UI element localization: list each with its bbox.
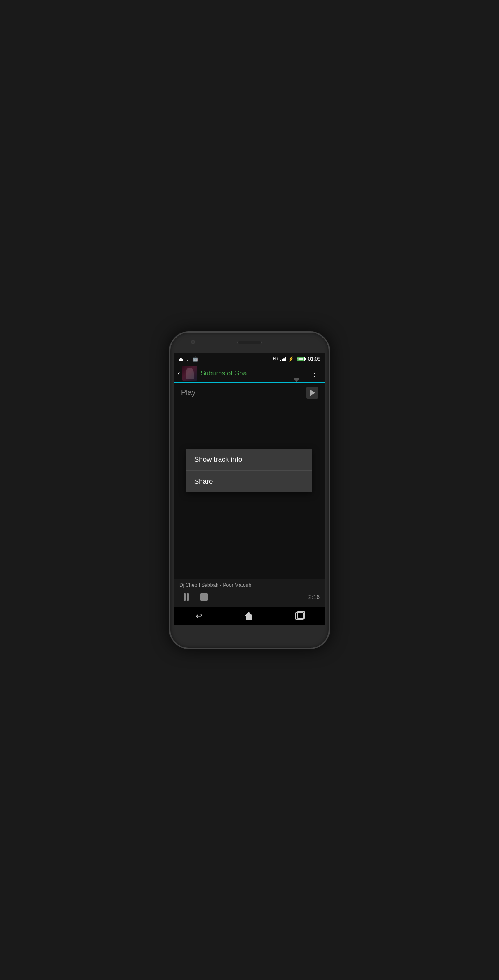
back-button[interactable]: ‹ [178, 370, 180, 377]
show-track-info-item[interactable]: Show track info [186, 449, 312, 471]
time-display: 01:08 [308, 356, 320, 362]
bottom-nav: ↩ [174, 607, 325, 625]
signal-bar-2 [282, 359, 283, 361]
nav-home-button[interactable] [236, 609, 261, 623]
signal-bars [280, 357, 286, 361]
stop-icon [200, 593, 208, 601]
network-icon: H+ [273, 357, 278, 361]
back-nav-icon: ↩ [195, 611, 202, 621]
home-body [246, 616, 252, 620]
status-right-icons: H+ ⚡ 100 01:08 [273, 356, 320, 362]
now-playing-track-name: Dj Cheb I Sabbah - Poor Matoub [179, 582, 320, 588]
pause-icon [184, 593, 189, 601]
battery-icon: 100 [296, 357, 306, 361]
charging-icon: ⚡ [288, 356, 294, 362]
track-time: 2:16 [308, 594, 320, 600]
main-content: Play Show track info Share [174, 383, 325, 579]
android-icon: 🤖 [192, 356, 198, 362]
now-playing-controls: 2:16 [179, 590, 320, 604]
album-figure-decoration [186, 368, 194, 379]
phone-speaker [237, 341, 262, 344]
album-art-thumbnail [182, 366, 197, 381]
signal-bar-3 [283, 358, 285, 361]
now-playing-bar: Dj Cheb I Sabbah - Poor Matoub 2:16 [174, 579, 325, 607]
play-button[interactable] [306, 387, 318, 399]
usb-icon: ⏏ [179, 356, 183, 362]
context-menu: Show track info Share [186, 449, 312, 492]
phone-screen: ⏏ ♪ 🤖 H+ ⚡ 100 [174, 353, 325, 625]
status-bar: ⏏ ♪ 🤖 H+ ⚡ 100 [174, 353, 325, 365]
battery-text: 100 [297, 357, 303, 361]
app-header: ‹ Suburbs of Goa ⋮ [174, 365, 325, 383]
phone-device: ⏏ ♪ 🤖 H+ ⚡ 100 [169, 331, 330, 649]
pause-button[interactable] [179, 590, 193, 604]
pause-bar-2 [187, 593, 189, 601]
battery-tip [305, 358, 306, 360]
status-left-icons: ⏏ ♪ 🤖 [179, 356, 198, 362]
phone-camera [191, 340, 195, 344]
nav-back-button[interactable]: ↩ [187, 608, 211, 624]
play-label: Play [181, 388, 195, 397]
nav-recents-button[interactable] [287, 609, 312, 623]
header-title: Suburbs of Goa [200, 370, 307, 377]
share-item[interactable]: Share [186, 471, 312, 492]
pause-bar-1 [184, 593, 186, 601]
play-row: Play [174, 383, 325, 403]
signal-bar-1 [280, 360, 281, 361]
play-triangle-icon [310, 390, 315, 396]
progress-indicator [293, 378, 300, 382]
overflow-menu-button[interactable]: ⋮ [307, 367, 321, 380]
home-roof [245, 612, 253, 616]
album-art-image [182, 366, 197, 381]
stop-button[interactable] [198, 590, 211, 604]
signal-bar-4 [285, 357, 286, 361]
music-icon: ♪ [186, 356, 189, 362]
recents-nav-icon [295, 612, 304, 620]
battery-body: 100 [296, 357, 305, 361]
home-nav-icon [245, 612, 253, 620]
